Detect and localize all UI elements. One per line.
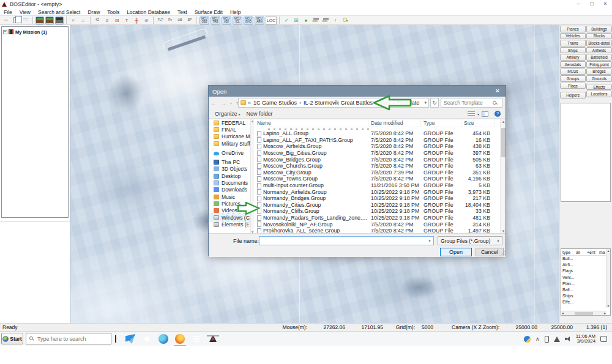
category-button[interactable]: Effects [586,84,612,91]
start-button[interactable]: Start [1,333,23,344]
type-table-row[interactable]: Flags [561,268,610,274]
sidebar-item[interactable]: Hurricane MkII [209,133,250,140]
file-row[interactable]: Normandy_Cities.Group 10/25/2022 9:18 PM… [255,202,498,209]
category-button[interactable]: Vehicles [560,33,586,40]
file-row[interactable]: Moscow_Churchs.Group 7/5/2020 8:42 PM GR… [255,163,498,169]
column-name[interactable]: Name [255,119,368,127]
category-button[interactable]: Bridges [586,69,612,75]
category-button[interactable]: Airfields [586,47,612,54]
speaker-icon[interactable] [565,336,571,342]
category-button[interactable]: Battlefield [586,54,612,61]
breadcrumb-item[interactable]: Template [397,100,425,106]
category-button[interactable]: Trains [560,40,586,46]
sidebar-item[interactable]: Videos [209,207,250,214]
file-type-select[interactable]: Group Files (*.Group) ▾ [438,236,502,245]
category-button[interactable]: Aerostats [560,61,586,68]
antenna-icon[interactable]: ↑ [331,17,340,24]
breadcrumb-item[interactable]: data [379,100,397,106]
category-button[interactable]: Buildings [586,26,612,32]
type-table-hscrollbar[interactable]: ◄► [561,311,606,315]
mcu-button[interactable]: MCUTRB [211,17,220,24]
type-table-row[interactable]: Ships [561,293,610,299]
mail-icon[interactable] [125,334,135,344]
help-icon[interactable]: ? [494,111,501,117]
copy-icon[interactable] [12,17,20,24]
type-table-row[interactable]: Ball... [561,287,610,293]
file-name-dropdown-icon[interactable]: ▾ [426,237,433,245]
file-name-combo[interactable]: ▾ [259,236,434,245]
menu-item[interactable]: Location Database [123,9,174,15]
checkbox-icon[interactable]: ☒ [292,17,300,24]
back-icon[interactable]: ← [211,100,217,106]
scroll-thumb[interactable] [501,128,506,157]
paste-icon[interactable]: TTT [21,17,30,24]
type-table-row[interactable]: Effe... [561,299,610,305]
col-type[interactable]: type [561,250,575,254]
sidebar-item[interactable]: FEDERAL [209,119,250,126]
cut-icon[interactable]: ✂ [2,17,10,24]
file-row[interactable]: Normandy_Airfields.Group 10/25/2022 9:18… [255,188,498,195]
menu-item[interactable]: View [16,9,34,15]
font-icon[interactable]: F [69,17,78,24]
scale-large-icon[interactable] [321,17,330,24]
sidebar-scrollbar[interactable]: ▲▼ [250,119,254,234]
file-row[interactable]: Moscow_Bridges.Group 7/5/2020 8:42 PM GR… [255,156,498,163]
sidebar-item[interactable]: FINAL [209,126,250,133]
sort-icon[interactable]: 4Z [93,17,102,24]
col-ent[interactable]: +ent [586,250,598,254]
menu-item[interactable]: Draw [84,9,103,15]
clock[interactable]: 11:06 AM 3/9/2024 [576,334,595,344]
history-chevron-icon[interactable]: ▾ [230,101,232,105]
mission-tree-root[interactable]: − My Mission (1) [3,28,68,35]
category-button[interactable]: Artillery [560,54,586,61]
sidebar-item[interactable]: Pictures [209,200,250,207]
maximize-button[interactable]: □ [585,0,599,9]
file-row-partial[interactable] [255,127,498,130]
file-row[interactable]: multi-input counter.Group 11/21/2016 3:5… [255,182,498,189]
category-button[interactable]: Helpers [560,92,586,98]
category-button[interactable]: Grounds [586,75,612,82]
category-button[interactable]: Groups [560,75,586,82]
terrain-layer-icon[interactable] [35,17,44,24]
column-size[interactable]: Size [461,119,495,127]
tray-app-icon[interactable] [524,336,531,343]
menu-item[interactable]: Help [226,9,244,15]
loc-button[interactable]: LOC [266,17,277,24]
sidebar-item[interactable]: Music [209,193,250,200]
menu-item[interactable]: Tools [103,9,123,15]
scroll-up-icon[interactable]: ▲ [501,120,506,124]
view-mode-icon[interactable] [468,111,475,117]
sidebar-item[interactable]: Downloads [209,187,250,193]
rv-icon[interactable]: Rv [166,17,174,24]
file-row[interactable]: Moscow_Big_Cities.Group 7/5/2020 8:42 PM… [255,150,498,157]
selection-box-icon[interactable]: ⊡ [113,17,121,24]
file-row[interactable]: Lapino_ALL_AF_TAXI_PATHS.Group 7/5/2020 … [255,137,498,144]
sidebar-item[interactable]: OneDrive [209,149,250,156]
file-row[interactable]: Moscow_Airfields.Group 7/5/2020 8:42 PM … [255,143,498,150]
dialog-titlebar[interactable]: Open ✕ [209,86,506,97]
category-button[interactable]: Flags [560,83,586,89]
category-button[interactable]: Blocks [586,33,612,40]
file-name-input[interactable] [259,237,426,245]
blueprint-icon[interactable]: BP [185,17,194,24]
minimize-button[interactable]: – [572,0,585,9]
mission-tree[interactable]: − My Mission (1) [1,26,69,218]
type-table-row[interactable]: Buil... [561,256,610,262]
address-dropdown-icon[interactable]: ▾ [424,100,428,105]
file-row[interactable]: Moscow_City.Group 7/8/2020 7:39 PM GROUP… [255,169,498,176]
file-row[interactable]: Novosokolniki_NP_AF.Group 7/5/2020 8:42 … [255,221,498,228]
category-button[interactable]: Planes [560,26,586,32]
terrain-objects-icon[interactable] [45,17,54,24]
new-folder-button[interactable]: New folder [247,111,273,117]
mcu-button[interactable]: MCUHDI [222,17,231,24]
taskbar-search[interactable] [26,333,111,344]
type-table-row[interactable]: Plan... [561,281,610,287]
dot-icon[interactable]: ● [302,17,310,24]
menu-item[interactable]: File [0,9,16,15]
type-table-vscrollbar[interactable]: ▲▼ [606,249,610,308]
clock-icon[interactable]: ⊙ [142,17,151,24]
action-center-icon[interactable] [600,336,607,342]
menu-item[interactable]: Surface Edit [191,9,226,15]
mcu-button[interactable]: MCUICL [233,17,242,24]
close-button[interactable]: × [599,0,612,9]
